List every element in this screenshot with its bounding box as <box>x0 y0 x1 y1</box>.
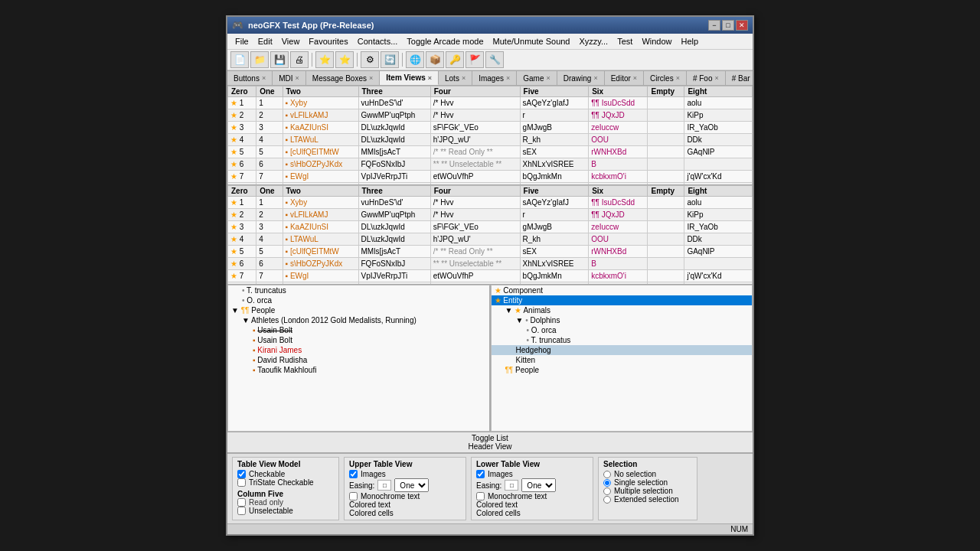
toolbar-btn-tool[interactable]: 🔧 <box>485 51 504 68</box>
table-cell[interactable]: FQFoSNxIbJ <box>358 158 430 171</box>
menu-xyzzy[interactable]: Xyzzy... <box>574 35 612 47</box>
tab-drawing[interactable]: Drawing× <box>557 70 605 85</box>
toolbar-btn-star2[interactable]: ⭐ <box>335 51 354 68</box>
table-cell[interactable]: j'qW'cx'Kd <box>684 270 753 282</box>
table-cell[interactable] <box>648 122 684 134</box>
list-item[interactable]: ▪ David Rudisha <box>228 355 489 365</box>
table-cell[interactable]: /* ** Read Only ** <box>430 246 520 258</box>
table-row[interactable]: ★ 22▪ vLFlLkAMJGwwMP'uqPtph/* Hvvr¶¶ JQx… <box>228 209 753 221</box>
table-cell[interactable]: 5 <box>256 246 283 258</box>
menu-toggle-arcade[interactable]: Toggle Arcade mode <box>402 35 488 47</box>
tab-message-boxes-close[interactable]: × <box>369 74 373 82</box>
tab-foo-close[interactable]: × <box>714 74 718 82</box>
table-cell[interactable]: 2 <box>256 209 283 221</box>
table-cell[interactable]: GwwMP'uqPtph <box>358 209 430 221</box>
table-cell[interactable]: ★ 1 <box>228 197 256 209</box>
table-cell[interactable]: ▪ EWgI <box>283 171 358 183</box>
toggle-section[interactable]: Toggle List Header View <box>227 432 753 453</box>
menu-favourites[interactable]: Favourites <box>304 35 352 47</box>
table-cell[interactable]: ★ 3 <box>228 221 256 233</box>
table-cell[interactable]: GAqNlP <box>684 246 753 258</box>
table-cell[interactable]: ★ 2 <box>228 209 256 221</box>
tab-circles-close[interactable]: × <box>676 74 680 82</box>
table-row[interactable]: ★ 55▪ [cUlfQEITMtWMMls[jsAcT/* ** Read O… <box>228 246 753 258</box>
table-cell[interactable]: j'qW'cx'Kd <box>684 171 753 183</box>
table-cell[interactable] <box>648 221 684 233</box>
table-cell[interactable]: 4 <box>256 134 283 146</box>
toolbar-btn-open[interactable]: 📁 <box>250 51 269 68</box>
tab-drawing-close[interactable]: × <box>593 74 597 82</box>
table-cell[interactable]: B <box>589 258 648 270</box>
toolbar-btn-globe[interactable]: 🌐 <box>406 51 424 68</box>
tab-message-boxes[interactable]: Message Boxes× <box>306 70 380 85</box>
tab-images-close[interactable]: × <box>506 74 510 82</box>
table-cell[interactable]: ▪ [cUlfQEITMtW <box>283 246 358 258</box>
table-cell[interactable]: r <box>520 109 589 122</box>
table-cell[interactable]: 5 <box>256 146 283 158</box>
table-row[interactable]: ★ 66▪ s\HbOZPyJKdxFQFoSNxIbJ** ** Unsele… <box>228 258 753 270</box>
table-cell[interactable] <box>648 197 684 209</box>
table-cell[interactable]: KiPp <box>684 209 753 221</box>
table-cell[interactable]: FQFoSNxIbJ <box>358 258 430 270</box>
table-cell[interactable]: VpIJVeRrpJTi <box>358 171 430 183</box>
unselectable-checkbox[interactable] <box>237 507 246 515</box>
table-cell[interactable]: sEX <box>520 146 589 158</box>
tab-foo[interactable]: # Foo× <box>687 70 726 85</box>
menu-help[interactable]: Help <box>677 35 704 47</box>
table-cell[interactable]: r <box>520 209 589 221</box>
table-row[interactable]: ★ 11▪ XybyvuHnDeS'\d'/* HvvsAQeYz'gIafJ¶… <box>228 97 753 109</box>
table-cell[interactable]: ▪ s\HbOZPyJKdx <box>283 158 358 171</box>
table-cell[interactable]: 6 <box>256 258 283 270</box>
table-cell[interactable]: zeIuccw <box>589 122 648 134</box>
upper-easing-select[interactable]: One <box>394 478 429 492</box>
list-item[interactable]: ▼ ★ Animals <box>492 305 753 315</box>
single-selection-radio[interactable] <box>603 479 611 487</box>
tab-item-views-close[interactable]: × <box>428 74 432 82</box>
toolbar-btn-flag[interactable]: 🚩 <box>466 51 484 68</box>
table-cell[interactable]: 3 <box>256 221 283 233</box>
tab-lots[interactable]: Lots× <box>439 70 472 85</box>
table-cell[interactable]: IR_YaOb <box>684 221 753 233</box>
table-cell[interactable] <box>648 109 684 122</box>
table-cell[interactable]: ¶¶ JQxJD <box>589 109 648 122</box>
table-cell[interactable] <box>648 158 684 171</box>
menu-window[interactable]: Window <box>637 35 676 47</box>
minimize-button[interactable]: − <box>708 20 720 31</box>
table-cell[interactable]: sEX <box>520 246 589 258</box>
table-cell[interactable]: R_kh <box>520 134 589 146</box>
menu-file[interactable]: File <box>230 35 253 47</box>
toolbar-btn-save[interactable]: 💾 <box>270 51 289 68</box>
table-cell[interactable]: gMJwgB <box>520 122 589 134</box>
table-cell[interactable]: DDk <box>684 233 753 246</box>
toolbar-btn-new[interactable]: 📄 <box>230 51 249 68</box>
table-cell[interactable]: R_kh <box>520 233 589 246</box>
tab-editor[interactable]: Editor× <box>605 70 644 85</box>
toolbar-btn-gear[interactable]: ⚙ <box>361 51 379 68</box>
table-cell[interactable] <box>648 209 684 221</box>
tab-bar[interactable]: # Bar× <box>726 70 753 85</box>
table-cell[interactable] <box>648 233 684 246</box>
table-cell[interactable]: /* Hvv <box>430 209 520 221</box>
table-cell[interactable]: ★ 7 <box>228 270 256 282</box>
lower-easing-select[interactable]: One <box>521 478 556 492</box>
lower-images-checkbox[interactable] <box>476 470 485 478</box>
table-cell[interactable]: rWNHXBd <box>589 246 648 258</box>
list-item[interactable]: Hedgehog <box>492 345 753 355</box>
table-cell[interactable]: ¶¶ JQxJD <box>589 209 648 221</box>
table-cell[interactable] <box>648 258 684 270</box>
table-cell[interactable]: h'JPQ_wU' <box>430 233 520 246</box>
multiple-selection-radio[interactable] <box>603 487 611 495</box>
table-cell[interactable]: ▪ EWgI <box>283 270 358 282</box>
table-cell[interactable]: IR_YaOb <box>684 122 753 134</box>
table-cell[interactable]: zeIuccw <box>589 221 648 233</box>
table-cell[interactable]: DL\uzkJqwId <box>358 134 430 146</box>
list-item[interactable]: Kitten <box>492 355 753 365</box>
extended-selection-radio[interactable] <box>603 496 611 504</box>
table-cell[interactable]: aolu <box>684 197 753 209</box>
no-selection-radio[interactable] <box>603 471 611 478</box>
lower-monochrome-checkbox[interactable] <box>476 492 485 500</box>
table-row[interactable]: ★ 11▪ XybyvuHnDeS'\d'/* HvvsAQeYz'gIafJ¶… <box>228 197 753 209</box>
table-cell[interactable]: GAqNlP <box>684 146 753 158</box>
list-item[interactable]: • T. truncatus <box>492 335 753 345</box>
table-cell[interactable]: gMJwgB <box>520 221 589 233</box>
